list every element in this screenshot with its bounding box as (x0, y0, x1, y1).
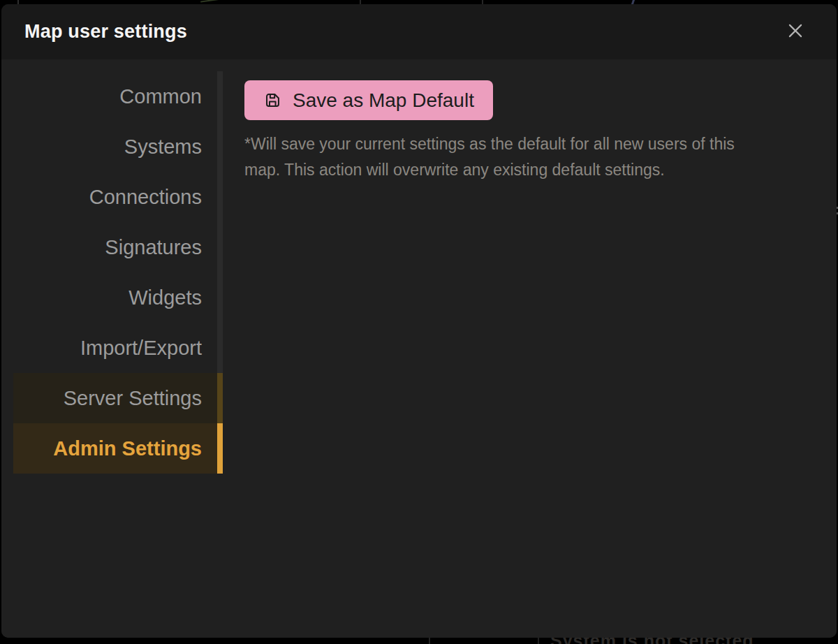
sidebar-item-server-settings[interactable]: Server Settings (13, 373, 223, 423)
sidebar-item-connections[interactable]: Connections (13, 172, 223, 222)
background-divider-tick (538, 638, 539, 644)
admin-settings-panel: Save as Map Default *Will save your curr… (223, 59, 837, 638)
dialog-body: Common Systems Connections Signatures Wi… (1, 59, 837, 638)
sidebar-item-common[interactable]: Common (13, 71, 223, 122)
save-as-map-default-button[interactable]: Save as Map Default (244, 80, 493, 120)
sidebar-item-widgets[interactable]: Widgets (13, 272, 223, 323)
settings-sidebar: Common Systems Connections Signatures Wi… (1, 59, 223, 638)
note-line: *Will save your current settings as the … (244, 131, 803, 157)
app-screen: System is not selected Map user settings… (0, 0, 838, 644)
dialog-title: Map user settings (24, 21, 187, 43)
dialog-header: Map user settings (1, 4, 837, 59)
sidebar-item-admin-settings[interactable]: Admin Settings (13, 423, 223, 474)
sidebar-item-signatures[interactable]: Signatures (13, 222, 223, 272)
save-default-note: *Will save your current settings as the … (244, 131, 803, 182)
background-divider-tick (429, 638, 430, 644)
background-map-connection-line (200, 0, 237, 3)
settings-nav-list: Common Systems Connections Signatures Wi… (13, 71, 223, 474)
sidebar-item-import-export[interactable]: Import/Export (13, 323, 223, 373)
sidebar-item-systems[interactable]: Systems (13, 122, 223, 172)
map-user-settings-dialog: Map user settings Common Systems Connect… (1, 4, 837, 638)
save-button-label: Save as Map Default (293, 89, 474, 112)
close-button[interactable] (779, 16, 811, 48)
close-icon (785, 20, 806, 43)
note-line: map. This action will overwrite any exis… (244, 157, 803, 183)
save-floppy-icon (263, 91, 282, 110)
